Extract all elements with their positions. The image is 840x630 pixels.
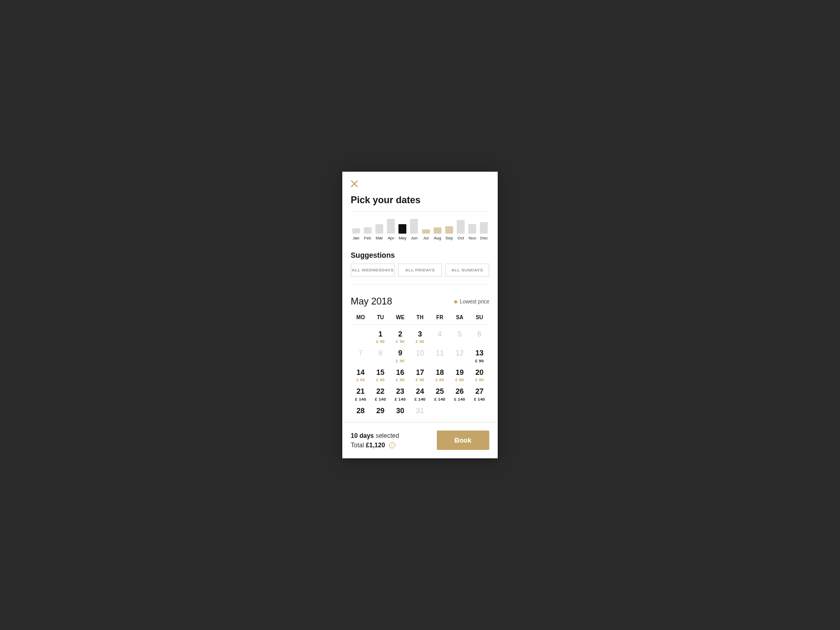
day-number: 23 xyxy=(396,387,405,395)
day-number: 25 xyxy=(436,387,444,395)
month-mar[interactable]: Mar xyxy=(374,224,384,240)
calendar-day-9[interactable]: 9£ 90 xyxy=(390,349,410,363)
booking-footer: 10 days selected Total £1,120 i Book xyxy=(342,423,498,458)
suggestion-all-wednesdays[interactable]: ALL WEDNESDAYS xyxy=(351,264,395,277)
calendar-row: 28293031 xyxy=(351,407,489,415)
calendar-day-17[interactable]: 17£ 90 xyxy=(410,369,430,382)
month-nov[interactable]: Nov xyxy=(467,224,478,240)
calendar-day-13[interactable]: 13£ 90 xyxy=(469,349,489,363)
day-price: £ 90 xyxy=(436,377,444,382)
day-number: 16 xyxy=(396,369,405,376)
info-icon[interactable]: i xyxy=(389,442,395,448)
lowest-price-label: Lowest price xyxy=(460,299,489,304)
day-number: 24 xyxy=(416,387,424,395)
suggestion-all-sundays[interactable]: ALL SUNDAYS xyxy=(445,264,489,277)
day-number: 29 xyxy=(376,407,385,415)
day-price: £ 140 xyxy=(375,397,386,402)
calendar-day-5: 5 xyxy=(450,330,470,344)
suggestions-title: Suggestions xyxy=(351,251,489,259)
day-price: £ 90 xyxy=(376,339,384,344)
month-label: May xyxy=(398,236,406,240)
dot-icon xyxy=(454,300,457,303)
day-number: 2 xyxy=(398,330,402,338)
calendar-row: 789£ 9010111213£ 90 xyxy=(351,349,489,363)
calendar-day-19[interactable]: 19£ 90 xyxy=(450,369,470,382)
month-may[interactable]: May xyxy=(397,224,408,240)
calendar-day-29[interactable]: 29 xyxy=(371,407,391,415)
day-number: 9 xyxy=(398,349,402,357)
month-label: Aug xyxy=(434,236,441,240)
calendar-day-3[interactable]: 3£ 90 xyxy=(410,330,430,344)
calendar-day-8: 8 xyxy=(371,349,391,363)
month-apr[interactable]: Apr xyxy=(386,219,396,240)
book-button[interactable]: Book xyxy=(437,430,490,450)
month-label: Sep xyxy=(445,236,453,240)
calendar-day-26[interactable]: 26£ 140 xyxy=(450,387,470,401)
total-amount: £1,120 xyxy=(366,442,385,449)
month-label: Mar xyxy=(376,236,383,240)
day-number: 7 xyxy=(359,349,363,357)
day-price: £ 90 xyxy=(396,339,404,344)
day-number: 10 xyxy=(416,349,424,357)
day-price: £ 90 xyxy=(416,377,424,382)
month-label: Nov xyxy=(469,236,476,240)
day-number: 17 xyxy=(416,369,424,376)
month-bar xyxy=(364,227,372,234)
month-bar xyxy=(352,228,360,234)
month-oct[interactable]: Oct xyxy=(456,220,466,240)
calendar-day-22[interactable]: 22£ 140 xyxy=(371,387,391,401)
month-aug[interactable]: Aug xyxy=(432,227,443,240)
suggestion-all-fridays[interactable]: ALL FRIDAYS xyxy=(398,264,442,277)
month-jan[interactable]: Jan xyxy=(351,228,361,240)
calendar-empty-cell xyxy=(351,330,371,344)
day-price: £ 90 xyxy=(475,377,484,382)
day-price: £ 90 xyxy=(475,359,484,363)
calendar-day-1[interactable]: 1£ 90 xyxy=(371,330,391,344)
month-bar xyxy=(457,220,465,234)
suggestions-row: ALL WEDNESDAYSALL FRIDAYSALL SUNDAYS xyxy=(351,264,489,285)
month-bar xyxy=(398,224,406,234)
month-bar xyxy=(410,219,418,234)
calendar-dow-row: MOTUWETHFRSASU xyxy=(351,314,489,325)
month-jul[interactable]: Jul xyxy=(421,229,431,240)
month-label: Dec xyxy=(480,236,488,240)
calendar-empty-cell xyxy=(469,407,489,415)
calendar-day-30[interactable]: 30 xyxy=(390,407,410,415)
calendar-day-2[interactable]: 2£ 90 xyxy=(390,330,410,344)
month-jun[interactable]: Jun xyxy=(409,219,419,240)
close-icon xyxy=(351,180,358,187)
calendar-day-15[interactable]: 15£ 90 xyxy=(371,369,391,382)
calendar-day-14[interactable]: 14£ 90 xyxy=(351,369,371,382)
month-label: Apr xyxy=(387,236,394,240)
page-title: Pick your dates xyxy=(351,195,489,212)
calendar-day-27[interactable]: 27£ 140 xyxy=(469,387,489,401)
calendar-day-21[interactable]: 21£ 140 xyxy=(351,387,371,401)
calendar-day-18[interactable]: 18£ 90 xyxy=(430,369,450,382)
calendar-day-25[interactable]: 25£ 140 xyxy=(430,387,450,401)
calendar-day-24[interactable]: 24£ 140 xyxy=(410,387,430,401)
calendar-day-28[interactable]: 28 xyxy=(351,407,371,415)
dow-we: WE xyxy=(390,314,410,320)
day-number: 15 xyxy=(376,369,385,376)
calendar-day-20[interactable]: 20£ 90 xyxy=(469,369,489,382)
day-number: 21 xyxy=(356,387,365,395)
calendar-day-7: 7 xyxy=(351,349,371,363)
month-dec[interactable]: Dec xyxy=(479,222,489,240)
month-bar-chart: JanFebMarAprMayJunJulAugSepOctNovDec xyxy=(351,219,489,240)
calendar-day-16[interactable]: 16£ 90 xyxy=(390,369,410,382)
month-sep[interactable]: Sep xyxy=(444,226,454,240)
day-number: 4 xyxy=(438,330,442,338)
day-number: 1 xyxy=(379,330,383,338)
day-number: 11 xyxy=(436,349,444,357)
day-number: 5 xyxy=(458,330,462,338)
day-number: 14 xyxy=(356,369,365,376)
day-number: 3 xyxy=(418,330,422,338)
selection-summary: 10 days selected Total £1,120 i xyxy=(351,431,399,450)
calendar-day-23[interactable]: 23£ 140 xyxy=(390,387,410,401)
dow-sa: SA xyxy=(450,314,470,320)
close-button[interactable] xyxy=(351,180,358,187)
day-price: £ 90 xyxy=(376,377,384,382)
calendar-empty-cell xyxy=(430,407,450,415)
month-feb[interactable]: Feb xyxy=(362,227,373,240)
day-price: £ 90 xyxy=(356,377,365,382)
